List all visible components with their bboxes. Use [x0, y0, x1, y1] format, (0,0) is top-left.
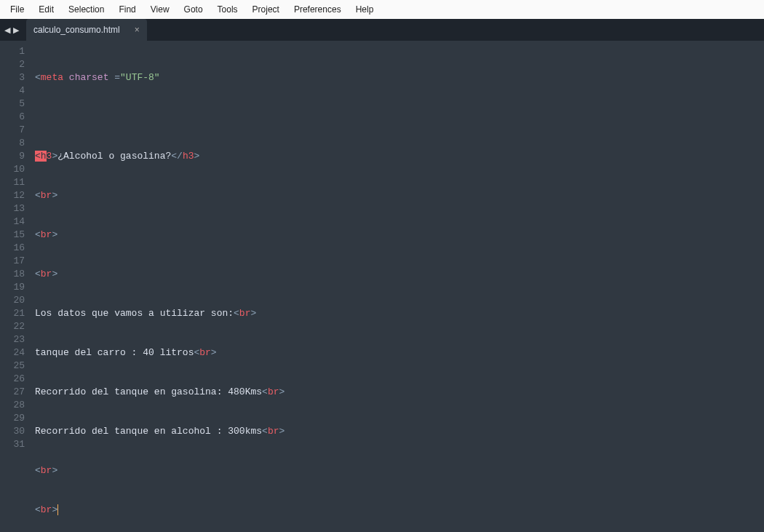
menu-goto[interactable]: Goto [177, 4, 210, 15]
line-number: 13 [0, 202, 25, 215]
menu-tools[interactable]: Tools [210, 4, 245, 15]
editor[interactable]: 1234567891011121314151617181920212223242… [0, 41, 764, 532]
line-number: 12 [0, 189, 25, 202]
line-number: 9 [0, 150, 25, 163]
line-number: 19 [0, 281, 25, 294]
line-number: 23 [0, 333, 25, 346]
line-number: 28 [0, 399, 25, 412]
line-number: 17 [0, 255, 25, 268]
line-number: 2 [0, 58, 25, 71]
line-number: 14 [0, 215, 25, 229]
menu-selection[interactable]: Selection [61, 4, 111, 15]
menubar: File Edit Selection Find View Goto Tools… [0, 0, 764, 19]
line-number: 20 [0, 294, 25, 307]
tab-filename: calculo_consumo.html [33, 25, 120, 35]
menu-file[interactable]: File [3, 4, 31, 15]
line-number: 3 [0, 71, 25, 84]
line-number: 15 [0, 229, 25, 242]
line-number: 7 [0, 124, 25, 137]
code-area[interactable]: <meta charset ="UTF-8" <h3>¿Alcohol o ga… [31, 41, 671, 532]
line-number: 27 [0, 386, 25, 399]
line-number: 5 [0, 98, 25, 111]
menu-help[interactable]: Help [349, 4, 381, 15]
menu-project[interactable]: Project [245, 4, 287, 15]
line-number: 18 [0, 268, 25, 281]
menu-view[interactable]: View [143, 4, 177, 15]
line-number: 16 [0, 242, 25, 255]
line-number: 25 [0, 360, 25, 373]
line-number: 29 [0, 412, 25, 425]
line-number: 11 [0, 176, 25, 189]
tab-active[interactable]: calculo_consumo.html × [26, 19, 147, 41]
menu-edit[interactable]: Edit [31, 4, 61, 15]
menu-preferences[interactable]: Preferences [287, 4, 349, 15]
gutter: 1234567891011121314151617181920212223242… [0, 41, 31, 532]
line-number: 22 [0, 320, 25, 333]
line-number: 1 [0, 45, 25, 58]
line-number: 30 [0, 425, 25, 438]
close-icon[interactable]: × [135, 25, 140, 35]
line-number: 4 [0, 84, 25, 98]
tab-nav-right-icon[interactable]: ▶ [13, 25, 19, 35]
line-number: 6 [0, 111, 25, 124]
line-number: 31 [0, 438, 25, 451]
line-number: 8 [0, 137, 25, 150]
menu-find[interactable]: Find [111, 4, 143, 15]
tab-nav-left-icon[interactable]: ◀ [4, 25, 10, 35]
line-number: 26 [0, 373, 25, 386]
line-number: 21 [0, 307, 25, 320]
tab-nav: ◀ ▶ [0, 25, 23, 35]
tabbar: ◀ ▶ calculo_consumo.html × [0, 19, 764, 41]
line-number: 24 [0, 346, 25, 360]
line-number: 10 [0, 163, 25, 176]
